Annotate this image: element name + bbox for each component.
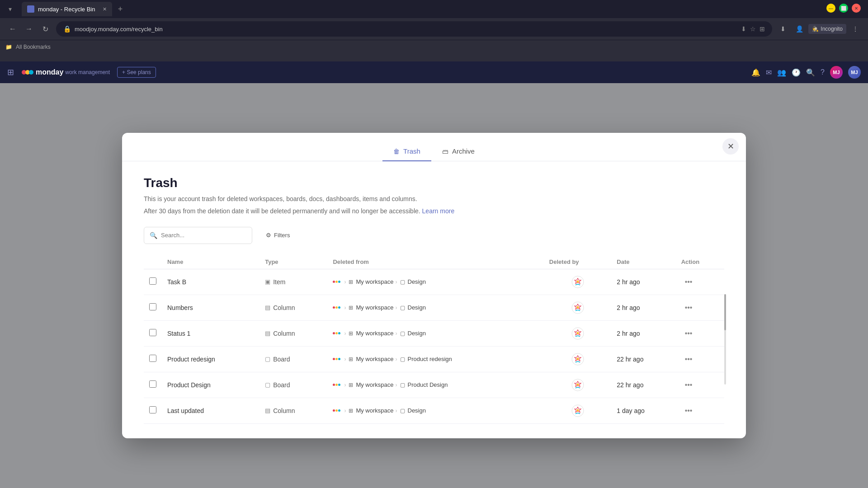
action-menu-button-5[interactable]: ••• [681, 405, 696, 416]
type-label-1: Column [273, 304, 295, 311]
app-grid-icon[interactable]: ⊞ [7, 67, 14, 77]
row-action-0[interactable]: ••• [676, 269, 724, 295]
col-type: Type [259, 255, 327, 269]
address-bar[interactable]: 🔒 moodjoy.monday.com/recycle_bin ⬇ ☆ ⊞ [56, 21, 772, 37]
bookmarks-bar: 📁 All Bookmarks [0, 40, 868, 53]
user-avatar-icon-0 [571, 276, 584, 288]
row-checkbox-3[interactable] [149, 355, 156, 362]
notification-icon[interactable]: 🔔 [751, 68, 760, 77]
search-input[interactable] [161, 232, 246, 239]
people-icon[interactable]: 👥 [777, 68, 786, 77]
window-controls: — ⬜ ✕ [826, 4, 861, 13]
tab-list-button[interactable]: ▾ [4, 3, 16, 15]
user-avatar-2[interactable]: MJ [848, 66, 861, 79]
row-action-1[interactable]: ••• [676, 295, 724, 320]
tab-archive[interactable]: 🗃 Archive [431, 142, 486, 161]
chevron-sep-1-2: › [344, 330, 346, 337]
row-action-3[interactable]: ••• [676, 346, 724, 372]
incognito-icon: 🕵 [812, 26, 819, 32]
forward-button[interactable]: → [22, 22, 36, 36]
workspace-icon-2: ⊞ [349, 330, 353, 337]
board-icon-4: ▢ [400, 382, 405, 388]
action-menu-button-1[interactable]: ••• [681, 302, 696, 313]
row-checkbox-0[interactable] [149, 277, 156, 285]
user-avatar[interactable]: MJ [830, 66, 843, 79]
row-deleted-from-2: › ⊞ My workspace › ▢ Design [327, 320, 543, 346]
action-menu-button-2[interactable]: ••• [681, 328, 696, 339]
row-type-3: ▢ Board [259, 346, 327, 372]
chevron-sep-2-2: › [396, 330, 397, 337]
save-icon[interactable]: ⬇ [776, 22, 790, 36]
workspace-label-1: My workspace [356, 304, 393, 311]
search-icon: 🔍 [150, 232, 157, 239]
maximize-button[interactable]: ⬜ [839, 4, 848, 13]
chevron-sep-1-1: › [344, 305, 346, 311]
svg-point-2 [29, 70, 33, 75]
page-title: Trash [144, 176, 724, 190]
action-menu-button-4[interactable]: ••• [681, 379, 696, 390]
tab-close-button[interactable]: ✕ [103, 6, 107, 12]
search-box[interactable]: 🔍 [144, 227, 252, 244]
close-button[interactable]: ✕ [852, 4, 861, 13]
new-tab-button[interactable]: + [114, 3, 127, 15]
row-checkbox-cell-0 [144, 269, 162, 295]
download-icon[interactable]: ⬇ [741, 25, 746, 33]
row-deleted-by-3 [544, 346, 611, 372]
board-label-2: Design [408, 330, 426, 337]
type-label-4: Board [273, 381, 290, 389]
extensions-icon[interactable]: ⊞ [760, 25, 765, 33]
tab-favicon [27, 5, 34, 13]
app-logo: monday work management [21, 66, 110, 79]
table-scrollbar[interactable] [724, 294, 726, 385]
row-deleted-by-0 [544, 269, 611, 295]
modal-overlay: 🗑 Trash 🗃 Archive ✕ Trash This is your a… [0, 83, 868, 488]
row-checkbox-4[interactable] [149, 380, 156, 388]
action-menu-button-0[interactable]: ••• [681, 276, 696, 287]
svg-point-4 [576, 280, 579, 282]
minimize-button[interactable]: — [826, 4, 835, 13]
menu-button[interactable]: ⋮ [848, 22, 863, 36]
row-name-1: Numbers [162, 295, 259, 320]
row-checkbox-5[interactable] [149, 406, 156, 413]
tab-bar: ▾ monday - Recycle Bin ✕ + — ⬜ ✕ [0, 0, 868, 18]
tab-trash[interactable]: 🗑 Trash [382, 142, 431, 161]
help-icon[interactable]: ? [821, 68, 825, 76]
clock-icon[interactable]: 🕐 [792, 68, 801, 77]
row-action-2[interactable]: ••• [676, 320, 724, 346]
row-deleted-by-2 [544, 320, 611, 346]
archive-tab-label: Archive [452, 147, 475, 155]
profile-icon[interactable]: 👤 [792, 22, 807, 36]
filter-icon: ⚙ [266, 232, 271, 239]
bookmark-icon[interactable]: ☆ [750, 25, 756, 33]
filter-button[interactable]: ⚙ Filters [259, 228, 296, 242]
scrollbar-thumb[interactable] [724, 294, 726, 330]
workspace-icon-3: ⊞ [349, 356, 353, 362]
board-icon-0: ▢ [400, 279, 405, 285]
action-menu-button-3[interactable]: ••• [681, 353, 696, 365]
monday-brand-icon-0 [333, 281, 340, 283]
row-type-5: ▤ Column [259, 398, 327, 423]
row-checkbox-1[interactable] [149, 303, 156, 310]
row-action-5[interactable]: ••• [676, 398, 724, 423]
search-icon[interactable]: 🔍 [806, 68, 815, 77]
row-deleted-by-1 [544, 295, 611, 320]
close-modal-button[interactable]: ✕ [722, 138, 739, 155]
type-icon-1: ▤ [265, 304, 270, 311]
col-date: Date [611, 255, 675, 269]
row-checkbox-cell-3 [144, 346, 162, 372]
row-date-4: 22 hr ago [611, 372, 675, 398]
reload-button[interactable]: ↻ [38, 22, 52, 36]
col-deleted-from: Deleted from [327, 255, 543, 269]
inbox-icon[interactable]: ✉ [766, 68, 772, 77]
see-plans-button[interactable]: + See plans [117, 67, 156, 78]
row-date-0: 2 hr ago [611, 269, 675, 295]
chevron-sep-1-5: › [344, 408, 346, 414]
active-tab[interactable]: monday - Recycle Bin ✕ [22, 2, 112, 16]
row-checkbox-2[interactable] [149, 329, 156, 336]
row-name-5: Last updated [162, 398, 259, 423]
row-action-4[interactable]: ••• [676, 372, 724, 398]
row-type-2: ▤ Column [259, 320, 327, 346]
back-button[interactable]: ← [5, 22, 20, 36]
learn-more-link[interactable]: Learn more [422, 207, 455, 215]
svg-point-10 [576, 357, 579, 360]
